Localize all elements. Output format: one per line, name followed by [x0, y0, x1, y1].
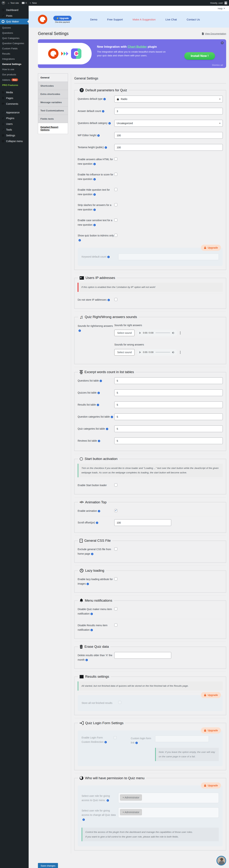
nav-make-a-suggestion[interactable]: Make A Suggestion: [132, 18, 155, 21]
info-icon[interactable]: [102, 110, 104, 113]
admin-bar-comments[interactable]: 0: [22, 2, 27, 4]
info-icon[interactable]: [87, 583, 89, 585]
info-icon[interactable]: [106, 428, 108, 430]
quizzes-list-table-input[interactable]: [114, 390, 223, 396]
sidebar-item-custom-fields[interactable]: Custom Fields: [0, 46, 29, 51]
view-documentation-link[interactable]: View Documentation: [202, 32, 226, 35]
delete-results-older-input[interactable]: [114, 652, 171, 659]
select-sound-button[interactable]: Select sound: [114, 330, 135, 336]
sidebar-item-how-to-use[interactable]: How to use: [0, 67, 29, 72]
tab-detailed-report-options[interactable]: Detailed Report Options: [38, 123, 68, 134]
answer-default-count-input[interactable]: [114, 108, 223, 115]
exclude-css-checkbox[interactable]: [114, 548, 117, 551]
lazy-loading-checkbox[interactable]: [114, 578, 117, 581]
tab-fields-texts[interactable]: Fields texts: [38, 115, 68, 123]
questions-default-category-select[interactable]: Uncategorized▼: [114, 120, 223, 127]
quiz-categories-list-table-input[interactable]: [114, 426, 223, 432]
question-categories-list-table-input[interactable]: [114, 413, 223, 420]
admins-only-checkbox[interactable]: [114, 234, 117, 237]
sidebar-item-posts[interactable]: Posts: [0, 13, 29, 19]
info-icon[interactable]: [91, 553, 93, 555]
tab-message-variables[interactable]: Message variables: [38, 98, 68, 106]
questions-list-table-input[interactable]: [114, 377, 223, 384]
info-icon[interactable]: [108, 299, 110, 301]
sidebar-item-tools[interactable]: Tools: [0, 127, 29, 132]
results-list-table-input[interactable]: [114, 401, 223, 408]
audio-progress-bar[interactable]: [155, 333, 170, 333]
help-button[interactable]: Help: [218, 7, 223, 10]
volume-icon[interactable]: [172, 332, 175, 334]
select-sound-button[interactable]: Select sound: [114, 349, 135, 355]
tab-shortcodes[interactable]: Shortcodes: [38, 82, 68, 90]
info-icon[interactable]: [82, 818, 85, 821]
admin-bar-new[interactable]: +New: [30, 2, 37, 4]
info-icon[interactable]: [97, 134, 100, 137]
no-store-ip-checkbox[interactable]: [114, 298, 117, 301]
sidebar-item-quizzes[interactable]: Quizzes: [0, 25, 29, 30]
wp-editor-height-input[interactable]: [114, 132, 223, 138]
sidebar-item-plugins[interactable]: Plugins: [0, 115, 29, 121]
info-icon[interactable]: [93, 224, 96, 226]
info-icon[interactable]: [98, 440, 100, 442]
info-icon[interactable]: [105, 146, 107, 149]
howdy-text[interactable]: Howdy, user: [210, 2, 223, 4]
sidebar-item-question-categories[interactable]: Question Categories: [0, 41, 29, 46]
strip-slashes-checkbox[interactable]: [114, 203, 117, 206]
nav-demo[interactable]: Demo: [90, 18, 97, 21]
disable-quiz-menu-notification-checkbox[interactable]: [114, 608, 117, 611]
nav-contact-us[interactable]: Contact Us: [187, 18, 200, 21]
audio-progress-bar[interactable]: [155, 352, 170, 352]
sidebar-item-addons[interactable]: AddonsNew: [0, 77, 29, 83]
info-icon[interactable]: [100, 380, 102, 382]
info-icon[interactable]: [104, 98, 106, 100]
upgrade-button[interactable]: ⚡ Upgrade: [53, 16, 72, 21]
upgrade-badge[interactable]: Upgrade: [201, 245, 221, 251]
allow-html-checkbox[interactable]: [114, 157, 117, 160]
avatar[interactable]: [224, 1, 227, 4]
admin-bar-site[interactable]: ⌂Test site: [8, 2, 19, 4]
enable-animation-checkbox[interactable]: [114, 509, 117, 512]
info-icon[interactable]: [93, 193, 96, 196]
info-icon[interactable]: [111, 416, 113, 418]
disable-results-menu-notification-checkbox[interactable]: [114, 623, 117, 626]
save-changes-button[interactable]: Save changes: [38, 863, 58, 868]
nav-live-chat[interactable]: Live Chat: [165, 18, 177, 21]
tab-extra-shortcodes[interactable]: Extra shortcodes: [38, 90, 68, 98]
kebab-menu-icon[interactable]: [180, 350, 181, 354]
case-sensitive-checkbox[interactable]: [114, 218, 117, 221]
info-icon[interactable]: [97, 404, 99, 406]
nav-free-support[interactable]: Free Support: [107, 18, 123, 21]
play-icon[interactable]: [139, 351, 141, 353]
info-icon[interactable]: [93, 163, 96, 165]
close-icon[interactable]: ✕: [221, 41, 224, 44]
textarea-height-input[interactable]: [114, 144, 223, 151]
no-influence-checkbox[interactable]: [114, 173, 117, 176]
upgrade-badge[interactable]: Upgrade: [201, 727, 221, 734]
info-icon[interactable]: [90, 629, 93, 631]
wordpress-logo-icon[interactable]: W: [2, 1, 5, 4]
sidebar-item-appearance[interactable]: Appearance: [0, 110, 29, 115]
info-icon[interactable]: [108, 122, 111, 124]
dismiss-ad-link[interactable]: Dismiss ad: [212, 64, 223, 66]
info-icon[interactable]: [98, 392, 100, 394]
sidebar-item-users[interactable]: Users: [0, 121, 29, 127]
play-icon[interactable]: [139, 332, 141, 334]
volume-icon[interactable]: [172, 351, 175, 353]
sidebar-item-general-settings[interactable]: General Settings: [0, 62, 29, 67]
sidebar-item-collapse[interactable]: Collapse menu: [0, 138, 29, 144]
info-icon[interactable]: [79, 239, 81, 242]
info-icon[interactable]: [85, 659, 88, 661]
sidebar-item-quiz-categories[interactable]: Quiz Categories: [0, 35, 29, 41]
sidebar-item-comments[interactable]: Comments: [0, 101, 29, 107]
chat-widget-avatar[interactable]: [217, 856, 226, 866]
sidebar-item-integrations[interactable]: Integrations: [0, 56, 29, 62]
info-icon[interactable]: [93, 209, 96, 211]
tab-text-customizations[interactable]: Text Customizations: [38, 106, 68, 115]
tab-general[interactable]: General: [38, 73, 68, 82]
sidebar-item-results[interactable]: Results: [0, 51, 29, 56]
info-icon[interactable]: [107, 799, 109, 802]
info-icon[interactable]: [90, 613, 93, 615]
reviews-list-table-input[interactable]: [114, 437, 223, 444]
info-icon[interactable]: [107, 256, 110, 258]
start-button-loader-checkbox[interactable]: [114, 484, 117, 487]
